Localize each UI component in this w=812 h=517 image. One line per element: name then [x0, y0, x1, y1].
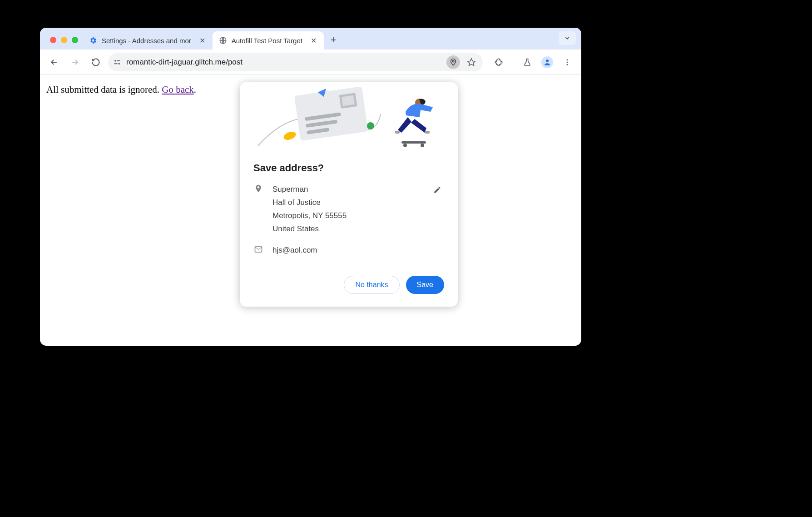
- reload-button[interactable]: [87, 54, 104, 71]
- svg-rect-2: [117, 60, 120, 61]
- window-minimize-button[interactable]: [61, 37, 67, 43]
- location-pin-icon[interactable]: [446, 55, 460, 69]
- tab-autofill-test[interactable]: Autofill Test Post Target ✕: [213, 31, 324, 50]
- toolbar-right: [486, 54, 576, 71]
- address-bar[interactable]: romantic-dirt-jaguar.glitch.me/post: [108, 53, 483, 71]
- dialog-actions: No thanks Save: [240, 265, 458, 298]
- back-button[interactable]: [45, 54, 63, 71]
- address-row: Superman Hall of Justice Metropolis, NY …: [240, 183, 458, 236]
- new-tab-button[interactable]: +: [327, 33, 340, 47]
- email-row: hjs@aol.com: [240, 244, 458, 257]
- tab-title: Autofill Test Post Target: [232, 37, 302, 45]
- browser-window: Settings - Addresses and mor ✕ Autofill …: [40, 28, 581, 346]
- labs-button[interactable]: [519, 54, 536, 71]
- tab-strip: Settings - Addresses and mor ✕ Autofill …: [40, 28, 581, 50]
- location-pin-icon: [253, 183, 263, 193]
- tab-settings[interactable]: Settings - Addresses and mor ✕: [83, 31, 213, 50]
- chrome-menu-button[interactable]: [559, 54, 576, 71]
- no-thanks-button[interactable]: No thanks: [344, 276, 399, 294]
- extensions-button[interactable]: [490, 54, 507, 71]
- email-text: hjs@aol.com: [272, 244, 444, 257]
- svg-rect-11: [294, 86, 368, 141]
- svg-marker-6: [468, 58, 475, 65]
- address-country: United States: [272, 223, 421, 236]
- svg-rect-13: [342, 95, 355, 106]
- divider: [513, 57, 513, 68]
- window-maximize-button[interactable]: [72, 37, 78, 43]
- svg-point-23: [403, 144, 407, 147]
- window-controls: [46, 37, 83, 50]
- go-back-link[interactable]: Go back: [162, 84, 194, 95]
- window-close-button[interactable]: [50, 37, 56, 43]
- mail-icon: [253, 244, 263, 254]
- body-trailing: .: [194, 84, 196, 95]
- dialog-title: Save address?: [253, 162, 444, 174]
- dialog-illustration: [240, 82, 458, 155]
- gear-icon: [89, 36, 97, 45]
- globe-icon: [219, 36, 227, 45]
- tab-list-button[interactable]: [559, 31, 576, 45]
- svg-point-18: [282, 130, 297, 142]
- profile-avatar-icon: [541, 56, 553, 68]
- close-icon[interactable]: ✕: [310, 35, 317, 46]
- tabs-container: Settings - Addresses and mor ✕ Autofill …: [83, 28, 581, 50]
- svg-point-9: [567, 61, 568, 63]
- toolbar: romantic-dirt-jaguar.glitch.me/post: [40, 50, 581, 75]
- save-address-dialog: Save address? Superman Hall of Justice M…: [240, 82, 458, 307]
- close-icon[interactable]: ✕: [198, 35, 206, 46]
- svg-point-7: [546, 60, 549, 62]
- edit-button[interactable]: [431, 183, 444, 197]
- svg-point-3: [118, 63, 120, 65]
- address-body: Superman Hall of Justice Metropolis, NY …: [272, 183, 421, 236]
- body-text: All submitted data is ignored.: [46, 84, 162, 95]
- address-line2: Metropolis, NY 55555: [272, 209, 421, 223]
- svg-point-10: [567, 64, 568, 65]
- save-button[interactable]: Save: [406, 276, 444, 294]
- svg-point-5: [452, 60, 454, 62]
- svg-point-8: [567, 59, 568, 60]
- svg-rect-22: [401, 141, 426, 144]
- svg-rect-21: [425, 131, 430, 134]
- svg-rect-20: [395, 131, 400, 134]
- svg-point-1: [114, 60, 116, 61]
- address-name: Superman: [272, 183, 421, 196]
- profile-button[interactable]: [539, 54, 556, 71]
- bookmark-star-icon[interactable]: [465, 55, 478, 69]
- svg-point-24: [421, 144, 424, 147]
- site-settings-icon[interactable]: [113, 58, 122, 67]
- tab-title: Settings - Addresses and mor: [102, 37, 191, 45]
- svg-point-17: [367, 122, 374, 129]
- forward-button[interactable]: [66, 54, 84, 71]
- svg-rect-4: [114, 63, 118, 64]
- address-line1: Hall of Justice: [272, 196, 421, 209]
- url-text: romantic-dirt-jaguar.glitch.me/post: [126, 58, 442, 67]
